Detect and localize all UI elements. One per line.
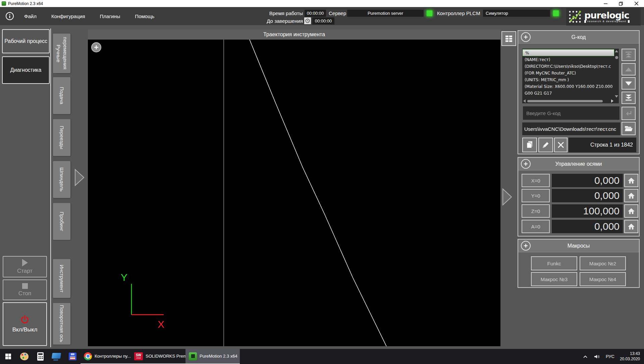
controller-label: Контроллер PLCM — [437, 10, 480, 16]
menu-plugins[interactable]: Плагины — [100, 13, 120, 19]
sidebar-tab-diagnostics[interactable]: Диагностика — [2, 56, 50, 84]
home-icon — [628, 192, 635, 199]
taskbar-computer-button[interactable] — [48, 349, 64, 364]
home-icon — [628, 177, 635, 184]
tray-clock[interactable]: 13:43 20.03.2020 — [620, 351, 640, 362]
stop-button[interactable]: Стоп — [3, 279, 47, 300]
macro-button-1[interactable]: Funkc — [531, 256, 577, 270]
tool-tab-probing[interactable]: Пробинг — [53, 203, 70, 240]
goto-first-line-button[interactable] — [622, 49, 636, 61]
macro-button-4[interactable]: Макрос №4 — [580, 272, 626, 286]
zoom-in-button[interactable] — [91, 42, 101, 52]
open-file-button[interactable] — [622, 122, 636, 135]
clock-icon[interactable] — [304, 17, 311, 24]
scroll-up-icon[interactable] — [615, 50, 618, 52]
gcode-line[interactable]: (Material Size: X600.000 Y160.000 Z10.00… — [522, 83, 614, 90]
line-down-button[interactable] — [622, 77, 636, 90]
taskbar-app-puremotion[interactable]: PureMotion 2.3 x64 — [185, 349, 240, 364]
restore-button[interactable] — [613, 0, 629, 7]
tool-tab-label: Поворотная ось — [58, 305, 65, 342]
speaker-icon[interactable] — [594, 354, 600, 360]
macro-button-2[interactable]: Макрос №2 — [580, 256, 626, 270]
skip-to-bottom-icon — [624, 94, 633, 102]
taskbar-save-button[interactable] — [64, 349, 80, 364]
copy-icon — [526, 141, 534, 149]
language-indicator[interactable]: РУС — [606, 354, 614, 359]
windows-logo-icon — [5, 354, 11, 359]
clear-line-button[interactable] — [554, 138, 568, 152]
axis-z-home-button[interactable] — [624, 204, 638, 218]
tool-tab-manual-moves[interactable]: Ручные перемещения — [53, 34, 70, 73]
taskbar-calculator-button[interactable] — [32, 349, 48, 364]
close-icon[interactable] — [629, 0, 644, 7]
taskbar-app-label: Контроллеры пу... — [95, 354, 131, 359]
stop-label: Стоп — [18, 290, 32, 297]
gcode-line[interactable]: G00 G21 G17 — [522, 90, 614, 97]
copy-line-button[interactable] — [522, 138, 537, 152]
server-label: Сервер — [329, 10, 346, 16]
tool-tab-rapids[interactable]: Переезды — [53, 119, 70, 156]
solidworks-icon: SW2018 — [134, 352, 143, 360]
power-button[interactable]: Вкл/Выкл — [3, 302, 47, 346]
taskbar-paint-button[interactable] — [16, 349, 32, 364]
gcode-line[interactable]: (DIRECTORY:C:\Users\nikso\Desktop\тест.c — [522, 63, 614, 70]
enter-icon — [625, 110, 633, 117]
tool-tab-label: Пробинг — [58, 212, 65, 231]
menu-file[interactable]: Файл — [24, 13, 37, 19]
tool-tab-rotary-axis[interactable]: Поворотная ось — [53, 303, 70, 345]
controller-led — [553, 10, 559, 16]
windows-taskbar: Контроллеры пу... SW2018 SOLIDWORKS Prem… — [0, 349, 644, 364]
tool-tab-feed[interactable]: Подача — [53, 77, 70, 114]
layout-grid-button[interactable] — [501, 31, 516, 46]
tool-tab-spindle[interactable]: Шпиндель — [53, 161, 70, 198]
menu-configuration[interactable]: Конфигурация — [51, 13, 85, 19]
gcode-file-path: Users\ivvaCNC\Downloads\тест\тест.cnc — [522, 122, 620, 135]
expand-left-panel-arrow[interactable] — [74, 169, 85, 186]
gcode-line[interactable]: (UNITS: METRIC_mm ) — [522, 76, 614, 83]
goto-last-line-button[interactable] — [622, 92, 636, 104]
scroll-left-icon[interactable] — [523, 99, 526, 103]
axis-x-zero-button[interactable]: X=0 — [522, 174, 550, 187]
gcode-panel-header: G-код — [518, 31, 639, 44]
taskbar-app-chrome[interactable]: Контроллеры пу... — [80, 349, 131, 364]
gcode-input[interactable] — [523, 106, 620, 120]
axis-a-home-button[interactable] — [624, 220, 638, 233]
minimize-button[interactable] — [598, 0, 613, 7]
line-up-button[interactable] — [622, 63, 636, 75]
expand-right-panel-arrow[interactable] — [502, 188, 512, 206]
start-button[interactable]: Старт — [3, 256, 47, 277]
gcode-line[interactable]: (FOR MyCNC Router_ATC) — [522, 70, 614, 76]
tool-path-line — [250, 40, 386, 346]
gcode-line[interactable]: (NAME:тест) — [522, 56, 614, 63]
scroll-down-icon[interactable] — [615, 95, 618, 98]
menu-help[interactable]: Помощь — [135, 13, 154, 19]
sidebar-tab-work-process[interactable]: Рабочий процесс — [2, 29, 50, 53]
gcode-vertical-scrollbar[interactable] — [614, 49, 619, 99]
tray-expand-icon[interactable] — [582, 354, 588, 359]
start-menu-button[interactable] — [0, 349, 16, 364]
axis-y-home-button[interactable] — [624, 189, 638, 202]
axis-a-zero-button[interactable]: A=0 — [522, 220, 550, 233]
gcode-list[interactable]: % (NAME:тест) (DIRECTORY:C:\Users\nikso\… — [522, 49, 619, 103]
scroll-thumb[interactable] — [615, 56, 618, 59]
gcode-line-selected[interactable]: % — [523, 49, 614, 56]
axis-z-zero-button[interactable]: Z=0 — [522, 204, 550, 218]
title-bar: PureMotion 2.3 x64 — [0, 0, 644, 7]
start-label: Старт — [17, 268, 33, 274]
info-icon[interactable] — [5, 12, 14, 20]
tool-tab-tool[interactable]: Инструмент — [53, 259, 70, 298]
scroll-right-icon[interactable] — [611, 99, 613, 103]
trajectory-canvas[interactable]: Y X — [88, 40, 500, 346]
macro-button-3[interactable]: Макрос №3 — [531, 272, 577, 286]
scroll-thumb[interactable] — [527, 100, 603, 102]
send-gcode-button[interactable] — [622, 107, 636, 120]
home-icon — [628, 223, 635, 230]
axes-panel: Управление осями X=0 0,000 Y=0 0,000 Z=0… — [518, 157, 640, 237]
puremotion-icon — [189, 352, 197, 360]
edit-line-button[interactable] — [538, 138, 553, 152]
gcode-panel-title: G-код — [518, 31, 639, 44]
axis-x-home-button[interactable] — [624, 174, 638, 187]
axis-y-zero-button[interactable]: Y=0 — [522, 189, 550, 202]
taskbar-app-solidworks[interactable]: SW2018 SOLIDWORKS Prem... — [131, 349, 185, 364]
gcode-horizontal-scrollbar[interactable] — [522, 99, 614, 103]
